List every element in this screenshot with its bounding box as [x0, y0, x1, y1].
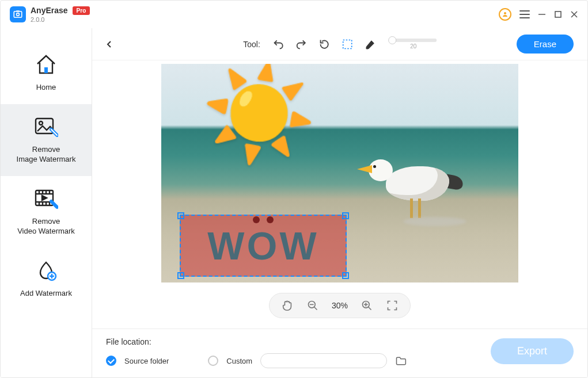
- svg-rect-8: [44, 67, 48, 73]
- zoom-value: 30%: [332, 301, 348, 310]
- zoom-out-button[interactable]: [306, 299, 319, 312]
- fullscreen-button[interactable]: [386, 299, 399, 312]
- back-button[interactable]: [103, 37, 116, 51]
- minimize-button[interactable]: [538, 10, 546, 18]
- main-panel: Tool: 20: [92, 28, 587, 377]
- app-logo-icon: [10, 6, 26, 22]
- svg-rect-2: [16, 10, 20, 12]
- svg-line-29: [314, 307, 317, 310]
- sidebar-item-add-watermark[interactable]: Add Watermark: [1, 248, 92, 310]
- zoom-controls: 30%: [269, 293, 411, 318]
- canvas-area: ☀️ WOW: [92, 60, 587, 329]
- sidebar-item-remove-image-watermark[interactable]: Remove Image Watermark: [1, 104, 92, 176]
- app-title: AnyErase: [31, 6, 68, 15]
- source-folder-label: Source folder: [124, 357, 169, 365]
- seagull: [369, 149, 461, 224]
- bottom-bar: File location: Source folder Custom Expo…: [92, 329, 587, 377]
- watermark-text: WOW: [207, 223, 318, 268]
- app-version: 2.0.0: [31, 16, 90, 23]
- custom-folder-label: Custom: [226, 357, 252, 365]
- selection-handle-br[interactable]: [342, 272, 349, 279]
- selection-rectangle[interactable]: WOW: [180, 215, 347, 277]
- image-canvas[interactable]: ☀️ WOW: [161, 64, 518, 282]
- selection-handle-tr[interactable]: [342, 212, 349, 219]
- custom-path-input[interactable]: [260, 353, 387, 368]
- pan-button[interactable]: [281, 299, 294, 312]
- add-watermark-icon: [34, 258, 58, 282]
- sidebar-item-label: Home: [36, 82, 56, 93]
- redo-button[interactable]: [295, 38, 308, 51]
- maximize-button[interactable]: [554, 10, 562, 18]
- svg-point-3: [504, 12, 506, 14]
- marquee-tool-button[interactable]: [341, 38, 354, 51]
- app-title-block: AnyErase Pro 2.0.0: [31, 6, 90, 23]
- brush-size-slider[interactable]: 20: [390, 39, 437, 49]
- sidebar: Home Remove Image Watermark Remove Video…: [1, 28, 92, 377]
- window-controls: [499, 8, 578, 21]
- svg-rect-0: [14, 12, 22, 18]
- custom-folder-radio[interactable]: [208, 356, 218, 366]
- svg-point-1: [17, 13, 20, 16]
- titlebar: AnyErase Pro 2.0.0: [1, 1, 587, 28]
- pro-badge: Pro: [73, 6, 90, 15]
- brush-size-value: 20: [410, 43, 416, 49]
- sidebar-item-label: Remove Image Watermark: [17, 144, 76, 165]
- sidebar-item-label: Remove Video Watermark: [17, 216, 75, 236]
- zoom-in-button[interactable]: [361, 299, 373, 312]
- browse-folder-button[interactable]: [395, 355, 407, 366]
- sidebar-item-home[interactable]: Home: [1, 42, 92, 104]
- svg-point-10: [39, 121, 43, 125]
- svg-line-33: [369, 307, 371, 310]
- sidebar-item-remove-video-watermark[interactable]: Remove Video Watermark: [1, 176, 92, 248]
- reset-button[interactable]: [318, 38, 331, 51]
- toolbar: Tool: 20: [92, 28, 587, 60]
- undo-button[interactable]: [272, 38, 284, 51]
- source-folder-radio[interactable]: [106, 356, 116, 366]
- menu-icon[interactable]: [519, 10, 530, 18]
- sun-sticker: ☀️: [202, 67, 317, 159]
- close-button[interactable]: [570, 10, 578, 18]
- selection-handle-tl[interactable]: [177, 212, 184, 219]
- export-button[interactable]: Export: [491, 338, 574, 364]
- home-icon: [34, 52, 58, 77]
- brush-tool-button[interactable]: [364, 38, 377, 51]
- sidebar-item-label: Add Watermark: [20, 288, 72, 299]
- remove-video-watermark-icon: [34, 186, 58, 211]
- remove-image-watermark-icon: [34, 114, 58, 139]
- tool-label: Tool:: [243, 40, 260, 49]
- selection-handle-bl[interactable]: [177, 272, 184, 279]
- account-icon[interactable]: [499, 8, 511, 21]
- svg-rect-26: [343, 40, 351, 48]
- erase-button[interactable]: Erase: [517, 35, 574, 54]
- svg-marker-22: [42, 196, 47, 200]
- svg-rect-5: [555, 12, 561, 17]
